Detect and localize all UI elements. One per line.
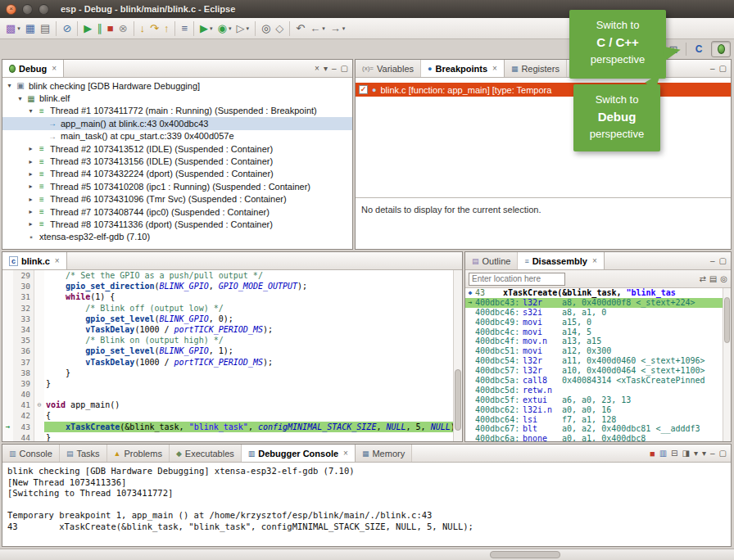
cpp-perspective-button[interactable]: C bbox=[689, 41, 709, 57]
tree-expand-icon[interactable]: ▸ bbox=[25, 145, 36, 152]
editor-line[interactable]: 40 bbox=[2, 389, 453, 400]
view-menu-icon[interactable]: ▾ bbox=[324, 64, 328, 73]
toolbar-new-wizard-button[interactable]: ▩▾ bbox=[3, 20, 23, 38]
toolbar-save-button[interactable]: ▦ bbox=[23, 20, 38, 38]
toolbar-last-edit-location-button[interactable]: ↶ bbox=[293, 20, 307, 38]
tab-registers[interactable]: ▦ Registers bbox=[505, 60, 567, 77]
tab-variables[interactable]: (x)= Variables bbox=[356, 60, 421, 77]
close-tab-icon[interactable]: × bbox=[52, 64, 57, 73]
debug-tree-row[interactable]: →main_task() at cpu_start.c:339 0x400d05… bbox=[2, 130, 352, 142]
close-tab-icon[interactable]: × bbox=[55, 256, 60, 265]
disassembly-row[interactable]: 400dbc57:l32ra10, 0x400d0464 <_stext+110… bbox=[465, 366, 723, 376]
editor-line[interactable]: 41⊖void app_main() bbox=[2, 400, 453, 410]
disassembly-row[interactable]: 400dbc51:movia12, 0x300 bbox=[465, 346, 723, 356]
tab-tasks[interactable]: ▤ Tasks bbox=[60, 445, 107, 462]
editor-line[interactable]: 34 vTaskDelay(1000 / portTICK_PERIOD_MS)… bbox=[2, 324, 453, 335]
breakpoints-list[interactable]: ✓ ● blink.c [function: app_main] [type: … bbox=[356, 78, 731, 197]
debug-tree-row[interactable]: ▾≡Thread #1 1073411772 (main : Running) … bbox=[2, 105, 352, 117]
minimize-view-icon[interactable]: – bbox=[710, 449, 715, 458]
console-output[interactable]: blink checking [GDB Hardware Debugging] … bbox=[2, 463, 731, 546]
debug-tree-row[interactable]: ▸≡Thread #8 1073411336 (dport) (Suspende… bbox=[2, 218, 352, 230]
minimize-view-icon[interactable]: – bbox=[332, 64, 337, 73]
tree-expand-icon[interactable]: ▸ bbox=[25, 196, 36, 203]
remove-launch-icon[interactable]: ⊟ bbox=[671, 449, 677, 458]
toolbar-terminate-button[interactable]: ■ bbox=[105, 20, 116, 38]
close-tab-icon[interactable]: × bbox=[492, 64, 497, 73]
maximize-view-icon[interactable]: ▢ bbox=[719, 449, 727, 458]
horizontal-scrollbar-thumb[interactable] bbox=[490, 551, 560, 558]
disassembly-row[interactable]: 400dbc67:blta0, a2, 0x400dbc81 <__adddf3 bbox=[465, 424, 723, 434]
window-maximize-button[interactable] bbox=[39, 4, 49, 15]
breakpoint-item[interactable]: ✓ ● blink.c [function: app_main] [type: … bbox=[356, 83, 731, 97]
display-selected-console-icon[interactable]: ▥ bbox=[659, 449, 667, 458]
tree-collapse-icon[interactable]: ▾ bbox=[25, 107, 36, 115]
toolbar-suspend-button[interactable]: ∥ bbox=[94, 20, 105, 38]
tab-debug[interactable]: Debug × bbox=[2, 60, 64, 77]
terminate-icon[interactable]: ■ bbox=[650, 449, 655, 458]
debug-tree-row[interactable]: →app_main() at blink.c:43 0x400dbc43 bbox=[2, 117, 352, 129]
editor-line[interactable]: 30 gpio_set_direction(BLINK_GPIO, GPIO_M… bbox=[2, 281, 453, 291]
toolbar-disconnect-button[interactable]: ⊗ bbox=[116, 20, 130, 38]
debug-tree-row[interactable]: ▾▦blink.elf bbox=[2, 92, 352, 104]
tree-expand-icon[interactable]: ▸ bbox=[25, 158, 36, 165]
editor-line[interactable]: 42{ bbox=[2, 410, 453, 421]
editor-code-area[interactable]: 29 /* Set the GPIO as a push/pull output… bbox=[2, 270, 453, 441]
editor-line[interactable]: 35 /* Blink on (output high) */ bbox=[2, 335, 453, 345]
tab-blink-c[interactable]: c blink.c × bbox=[2, 252, 67, 269]
disassembly-row[interactable]: ◆43xTaskCreate(&blink_task, "blink_tas bbox=[465, 288, 723, 298]
debug-tree-row[interactable]: ▸≡Thread #4 1073432224 (dport) (Suspende… bbox=[2, 168, 352, 180]
editor-line[interactable]: 44} bbox=[2, 432, 453, 441]
toolbar-back-button[interactable]: ←▾ bbox=[307, 20, 328, 38]
disassembly-row[interactable]: →400dbc43:l32ra8, 0x400d00f8 <_stext+224… bbox=[465, 298, 723, 308]
debug-tree-row[interactable]: ▸≡Thread #6 1073431096 (Tmr Svc) (Suspen… bbox=[2, 193, 352, 205]
minimize-view-icon[interactable]: – bbox=[710, 64, 715, 73]
tree-expand-icon[interactable]: ▸ bbox=[25, 183, 36, 190]
tree-expand-icon[interactable]: ▸ bbox=[25, 208, 36, 215]
disassembly-row[interactable]: 400dbc62:l32i.na0, a0, 16 bbox=[465, 405, 723, 415]
maximize-view-icon[interactable]: ▢ bbox=[719, 256, 727, 265]
editor-line[interactable]: 39} bbox=[2, 378, 453, 389]
toolbar-debug-button[interactable]: ◉▾ bbox=[215, 20, 234, 38]
open-console-dropdown-icon[interactable]: ▾ bbox=[702, 449, 706, 458]
tree-collapse-icon[interactable]: ▾ bbox=[4, 82, 15, 89]
show-source-icon[interactable]: ▤ bbox=[709, 274, 717, 283]
tree-expand-icon[interactable]: ▸ bbox=[25, 170, 36, 178]
window-close-button[interactable]: × bbox=[6, 4, 16, 15]
close-tab-icon[interactable]: × bbox=[592, 256, 597, 265]
debug-tree-row[interactable]: ▪xtensa-esp32-elf-gdb (7.10) bbox=[2, 231, 352, 243]
debug-tree[interactable]: ▾▣blink checking [GDB Hardware Debugging… bbox=[2, 78, 352, 250]
debug-tree-row[interactable]: ▾▣blink checking [GDB Hardware Debugging… bbox=[2, 79, 352, 92]
maximize-view-icon[interactable]: ▢ bbox=[341, 64, 348, 73]
toolbar-search-button[interactable]: ◎ bbox=[259, 20, 273, 38]
console-history-dropdown-icon[interactable]: ▾ bbox=[694, 449, 698, 458]
toolbar-run-button[interactable]: ▶▾ bbox=[197, 20, 215, 38]
disassembly-vertical-scrollbar[interactable] bbox=[723, 288, 731, 441]
disassembly-row[interactable]: 400dbc64:lsif7, a1, 128 bbox=[465, 415, 723, 425]
disassembly-row[interactable]: 400dbc46:s32ia8, a1, 0 bbox=[465, 308, 723, 318]
disassembly-rows[interactable]: ◆43xTaskCreate(&blink_task, "blink_tas→4… bbox=[465, 288, 723, 441]
disassembly-row[interactable]: 400dbc4c:movia14, 5 bbox=[465, 327, 723, 337]
disassembly-row[interactable]: 400dbc5f:extuia6, a0, 23, 13 bbox=[465, 395, 723, 405]
editor-vertical-scrollbar[interactable] bbox=[453, 270, 462, 441]
minimize-view-icon[interactable]: – bbox=[710, 256, 715, 265]
sync-selection-icon[interactable]: ◎ bbox=[720, 274, 727, 283]
close-tab-icon[interactable]: × bbox=[343, 449, 348, 458]
link-with-debug-icon[interactable]: ⇄ bbox=[699, 274, 705, 283]
disassembly-row[interactable]: 400dbc5a:call80x40084314 <xTaskCreatePin… bbox=[465, 376, 723, 386]
debug-perspective-button[interactable] bbox=[711, 41, 731, 57]
debug-tree-row[interactable]: ▸≡Thread #5 1073410208 (ipc1 : Running) … bbox=[2, 180, 352, 192]
fold-collapse-icon[interactable]: ⊖ bbox=[34, 400, 44, 410]
tree-expand-icon[interactable]: ▸ bbox=[25, 220, 36, 228]
tab-memory[interactable]: ▦ Memory bbox=[356, 445, 412, 462]
toolbar-external-tools-button[interactable]: ▷▾ bbox=[233, 20, 251, 38]
breakpoint-checkbox[interactable]: ✓ bbox=[359, 85, 368, 94]
toolbar-resume-button[interactable]: ▶ bbox=[81, 20, 94, 38]
editor-line[interactable]: 31 while(1) { bbox=[2, 291, 453, 302]
tab-breakpoints[interactable]: ● Breakpoints × bbox=[421, 60, 505, 77]
toolbar-skip-all-breakpoints-button[interactable]: ⊘ bbox=[60, 20, 74, 38]
editor-line[interactable]: 32 /* Blink off (output low) */ bbox=[2, 303, 453, 314]
editor-line[interactable]: 37 vTaskDelay(1000 / portTICK_PERIOD_MS)… bbox=[2, 357, 453, 368]
toolbar-print-button[interactable]: ▤ bbox=[38, 20, 52, 38]
editor-line[interactable]: 36 gpio_set_level(BLINK_GPIO, 1); bbox=[2, 345, 453, 356]
scrollbar-thumb[interactable] bbox=[724, 297, 730, 343]
